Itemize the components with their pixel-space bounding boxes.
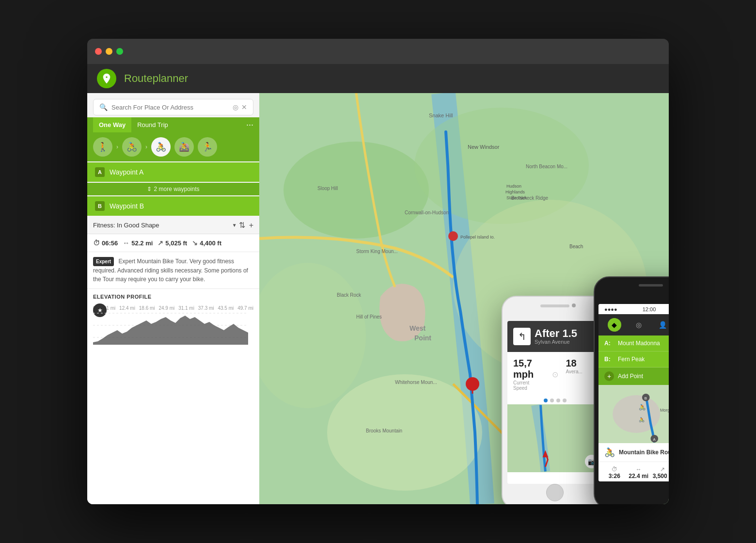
round-trip-tab[interactable]: Round Trip bbox=[131, 117, 174, 132]
dp-nav-route[interactable]: ◆ bbox=[608, 318, 621, 332]
wp-nav-info: After 1.5 Sylvan Avenue bbox=[535, 328, 597, 345]
dp-route-info: 🚴 Mountain Bike Route EDIT bbox=[598, 443, 669, 462]
svg-text:🚴: 🚴 bbox=[639, 404, 646, 411]
one-way-tab[interactable]: One Way bbox=[93, 117, 131, 132]
wp-nav-header: ↰ After 1.5 Sylvan Avenue bbox=[507, 321, 602, 352]
wp-speed: 15,7 mph Current Speed bbox=[513, 358, 544, 391]
maximize-button[interactable] bbox=[116, 48, 123, 55]
dp-waypoint-a-label: A: bbox=[604, 340, 614, 347]
elevation-title: ELEVATION PROFILE bbox=[93, 294, 253, 300]
app-title: Routeplanner bbox=[124, 72, 188, 85]
dp-map-mini: B A Morgan Hill 🚴 🚴 bbox=[598, 385, 669, 443]
dp-nav-circle[interactable]: ◎ bbox=[632, 318, 646, 332]
waypoint-b[interactable]: B Waypoint B bbox=[87, 196, 259, 216]
phone-home-button-white[interactable] bbox=[546, 484, 564, 501]
svg-point-3 bbox=[284, 142, 429, 239]
stat-time: ⏱ 06:56 bbox=[93, 239, 118, 247]
add-button[interactable]: + bbox=[249, 221, 253, 230]
dp-waypoint-b-text: Fern Peak bbox=[618, 356, 669, 363]
dp-waypoint-a-text: Mount Madonna bbox=[618, 340, 669, 347]
dp-waypoint-a: A: Mount Madonna ≡ bbox=[598, 335, 669, 351]
dp-waypoints: A: Mount Madonna ≡ B: Fern Peak ≡ bbox=[598, 335, 669, 367]
location-button[interactable]: ◎ bbox=[233, 103, 238, 111]
dp-nav-person[interactable]: 👤 bbox=[656, 318, 669, 332]
dp-route-name: Mountain Bike Route bbox=[619, 449, 669, 456]
svg-text:Beach: Beach bbox=[569, 244, 583, 249]
svg-point-5 bbox=[259, 263, 366, 408]
search-icon: 🔍 bbox=[99, 103, 108, 111]
svg-text:Snake Hill: Snake Hill bbox=[429, 112, 453, 118]
title-bar bbox=[87, 39, 669, 64]
svg-point-26 bbox=[448, 231, 458, 241]
search-bar: 🔍 ◎ ✕ bbox=[93, 99, 253, 115]
stat-distance: ↔ 52.2 mi bbox=[123, 239, 153, 247]
svg-text:A: A bbox=[653, 437, 656, 442]
svg-text:North Beacon Mo...: North Beacon Mo... bbox=[526, 164, 567, 169]
traffic-lights bbox=[95, 48, 123, 55]
transport-run[interactable]: 🏃 bbox=[198, 137, 217, 157]
svg-text:State Park: State Park bbox=[506, 195, 527, 200]
stat-descent: ↘ 4,400 ft bbox=[192, 239, 221, 247]
dp-status-bar: ●●●● 12:00 ▮▮ ▶ ≡ bbox=[598, 304, 669, 314]
transport-icons: 🚶 › 🚴 › 🚴 🚵 🏃 bbox=[87, 132, 259, 161]
route-stats: ⏱ 06:56 ↔ 52.2 mi ↗ 5,025 ft ↘ 4,400 ft bbox=[87, 234, 259, 252]
trip-tab-more[interactable]: ··· bbox=[246, 120, 253, 130]
wp-avg-speed: 18 Avera... bbox=[566, 358, 597, 391]
dp-nav-bar: ◆ ◎ 👤 🌐 bbox=[598, 314, 669, 335]
app-header: Routeplanner bbox=[87, 64, 669, 93]
svg-text:Whitehorse Moun...: Whitehorse Moun... bbox=[395, 380, 437, 385]
elevation-section: ELEVATION PROFILE ★ 0 6.21 mi 12.4 bbox=[87, 289, 259, 504]
ascent-icon: ↗ bbox=[158, 239, 163, 247]
phone-white: ↰ After 1.5 Sylvan Avenue 15,7 bbox=[502, 296, 608, 504]
waypoint-a-label: A bbox=[95, 167, 105, 177]
wp-stats: 15,7 mph Current Speed ⊙ 18 Avera... bbox=[507, 352, 602, 397]
phone-camera-white bbox=[572, 303, 576, 307]
dp-add-text: Add Point bbox=[618, 373, 669, 380]
minimize-button[interactable] bbox=[106, 48, 112, 55]
transport-arrow-1: › bbox=[116, 144, 118, 150]
route-description: Expert Expert Mountain Bike Tour. Very g… bbox=[87, 252, 259, 289]
phone-speaker-white bbox=[540, 304, 569, 307]
fitness-bar: Fitness: In Good Shape ▼ ⇅ + bbox=[87, 217, 259, 234]
fitness-chevron: ▼ bbox=[232, 223, 237, 228]
transport-mtb[interactable]: 🚴 bbox=[151, 137, 171, 157]
clear-search-button[interactable]: ✕ bbox=[241, 103, 247, 111]
svg-text:Cornwall-on-Hudson: Cornwall-on-Hudson bbox=[405, 210, 449, 215]
transport-cycle[interactable]: 🚴 bbox=[122, 137, 142, 157]
dp-add-icon: + bbox=[604, 371, 614, 381]
more-waypoints[interactable]: ⇕ 2 more waypoints bbox=[87, 183, 259, 195]
wp-map-mini: 📷 bbox=[507, 404, 602, 472]
svg-text:🚴: 🚴 bbox=[639, 416, 645, 423]
dp-waypoint-b: B: Fern Peak ≡ bbox=[598, 351, 669, 367]
transport-walk[interactable]: 🚶 bbox=[93, 137, 112, 157]
phone-dark-screen: ●●●● 12:00 ▮▮ ▶ ≡ ◆ ◎ 👤 🌐 bbox=[598, 304, 669, 481]
close-button[interactable] bbox=[95, 48, 102, 55]
svg-text:B: B bbox=[645, 396, 647, 400]
clock-icon: ⏱ bbox=[93, 239, 100, 247]
phone-white-screen: ↰ After 1.5 Sylvan Avenue 15,7 bbox=[507, 321, 602, 484]
search-input[interactable] bbox=[111, 104, 229, 111]
svg-text:Hill of Pines: Hill of Pines bbox=[356, 314, 382, 319]
svg-text:Morgan Hill: Morgan Hill bbox=[660, 408, 669, 413]
svg-text:West: West bbox=[410, 324, 426, 332]
svg-point-7 bbox=[327, 374, 482, 491]
dp-add-point[interactable]: + Add Point ⋮ bbox=[598, 367, 669, 385]
phone-speaker-dark bbox=[639, 284, 663, 287]
dp-stat-time: ⏱ 3:26 bbox=[604, 466, 625, 479]
svg-text:Highlands: Highlands bbox=[505, 190, 525, 194]
dp-stat-distance: ↔ 22.4 mi bbox=[629, 466, 649, 479]
dp-waypoint-b-label: B: bbox=[604, 356, 614, 363]
waypoint-a[interactable]: A Waypoint A bbox=[87, 162, 259, 182]
trip-tabs: One Way Round Trip ··· bbox=[87, 117, 259, 132]
dp-stat-ascent: ↗ 3,500 ft bbox=[653, 466, 669, 479]
transport-moto[interactable]: 🚵 bbox=[174, 137, 194, 157]
stat-ascent: ↗ 5,025 ft bbox=[158, 239, 187, 247]
descent-icon: ↘ bbox=[192, 239, 198, 247]
swap-button[interactable]: ⇅ bbox=[239, 221, 245, 230]
phones-container: ↰ After 1.5 Sylvan Avenue 15,7 bbox=[502, 276, 669, 504]
fitness-label: Fitness: In Good Shape bbox=[93, 222, 230, 229]
map-area[interactable]: Snake Hill New Windsor North Beacon Mo..… bbox=[259, 93, 669, 504]
dp-stats-row: ⏱ 3:26 ↔ 22.4 mi ↗ 3,500 ft bbox=[598, 462, 669, 481]
sidebar: 🔍 ◎ ✕ One Way Round Trip ··· 🚶 › 🚴 › 🚴 bbox=[87, 93, 259, 504]
wp-distance: After 1.5 bbox=[535, 328, 597, 339]
